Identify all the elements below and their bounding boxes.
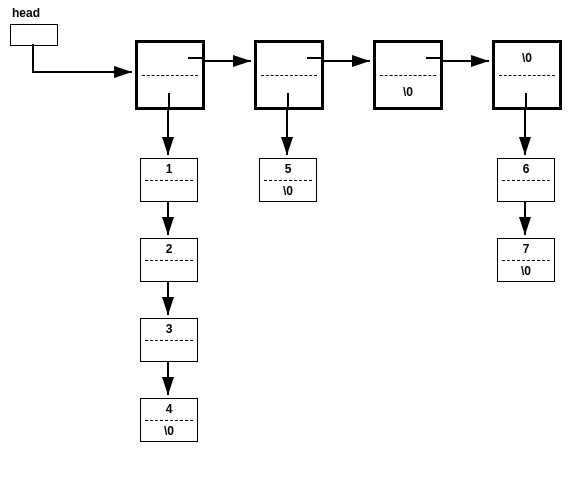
data-node: 3 [140, 318, 198, 362]
data-node: 6 [497, 158, 555, 202]
node-null: \0 [498, 264, 554, 278]
node-value: 2 [141, 242, 197, 256]
column-node-2 [254, 40, 324, 110]
head-pointer-box [10, 24, 58, 46]
linked-list-diagram: head \0 \0 [0, 0, 584, 504]
node-value: 6 [498, 162, 554, 176]
data-node: 7 \0 [497, 238, 555, 282]
node-value: 5 [260, 162, 316, 176]
column-3-down-null: \0 [376, 85, 440, 99]
node-null: \0 [260, 184, 316, 198]
node-value: 4 [141, 402, 197, 416]
head-label: head [12, 6, 40, 20]
node-null: \0 [141, 424, 197, 438]
node-value: 3 [141, 322, 197, 336]
data-node: 5 \0 [259, 158, 317, 202]
node-value: 7 [498, 242, 554, 256]
column-node-3: \0 [373, 40, 443, 110]
data-node: 1 [140, 158, 198, 202]
column-node-4: \0 [492, 40, 562, 110]
data-node: 4 \0 [140, 398, 198, 442]
column-4-next-null: \0 [495, 51, 559, 65]
column-node-1 [135, 40, 205, 110]
data-node: 2 [140, 238, 198, 282]
node-value: 1 [141, 162, 197, 176]
